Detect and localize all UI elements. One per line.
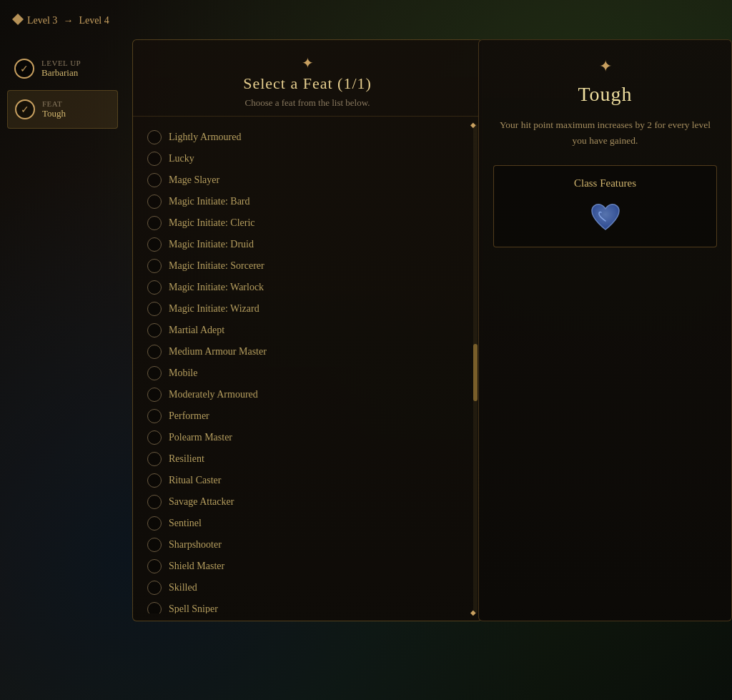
feat-item[interactable]: Mage Slayer — [144, 169, 468, 191]
feat-item[interactable]: Magic Initiate: Druid — [144, 234, 468, 255]
feat-list-container: Lightly ArmouredLuckyMage SlayerMagic In… — [133, 117, 482, 621]
level-from-badge: Level 3 — [11, 13, 57, 29]
feat-name-label: Sentinel — [169, 518, 202, 529]
check-circle-level-up: ✓ — [14, 59, 34, 79]
feat-name-label: Lucky — [169, 153, 194, 164]
feat-item[interactable]: Magic Initiate: Warlock — [144, 277, 468, 298]
feat-name-label: Lightly Armoured — [169, 132, 242, 143]
class-features-title: Class Features — [505, 177, 705, 189]
radio-button — [147, 388, 162, 402]
feat-item[interactable]: Sharpshooter — [144, 534, 468, 556]
feat-name-label: Resilient — [169, 453, 204, 465]
feat-item[interactable]: Medium Armour Master — [144, 341, 468, 363]
radio-button — [147, 323, 162, 337]
feat-item[interactable]: Spell Sniper — [144, 598, 468, 613]
feat-item[interactable]: Lucky — [144, 148, 468, 169]
feat-item[interactable]: Shield Master — [144, 556, 468, 577]
class-features-icon — [505, 199, 705, 235]
sidebar-label-feat: Feat — [42, 99, 66, 108]
feat-name-label: Magic Initiate: Bard — [169, 196, 250, 207]
feat-item[interactable]: Performer — [144, 405, 468, 427]
radio-button — [147, 302, 162, 316]
feat-item[interactable]: Skilled — [144, 577, 468, 598]
heart-icon — [588, 199, 623, 235]
info-panel: ✦ Tough Your hit point maximum increases… — [478, 39, 732, 621]
radio-button — [147, 366, 162, 380]
feat-name-label: Medium Armour Master — [169, 346, 267, 358]
feat-item[interactable]: Martial Adept — [144, 320, 468, 341]
feat-item[interactable]: Magic Initiate: Cleric — [144, 212, 468, 234]
level-to-badge: Level 4 — [79, 15, 109, 26]
feat-name-label: Mobile — [169, 368, 197, 379]
panel-header: ✦ Select a Feat (1/1) Choose a feat from… — [133, 40, 482, 117]
feat-item[interactable]: Savage Attacker — [144, 491, 468, 513]
radio-button — [147, 173, 162, 187]
radio-button — [147, 473, 162, 488]
feat-name-label: Moderately Armoured — [169, 389, 258, 400]
radio-button — [147, 280, 162, 295]
sidebar-sublabel-feat: Tough — [42, 108, 66, 119]
radio-button — [147, 130, 162, 144]
check-circle-feat-tough: ✓ — [15, 99, 35, 119]
radio-button — [147, 194, 162, 209]
radio-button — [147, 409, 162, 423]
scroll-track[interactable]: ◆ ◆ — [473, 124, 478, 613]
feat-name-label: Magic Initiate: Druid — [169, 239, 254, 250]
feat-item[interactable]: Sentinel — [144, 513, 468, 534]
sidebar: ✓ Level Up Barbarian ✓ Feat Tough — [0, 43, 125, 139]
radio-button — [147, 538, 162, 552]
sidebar-sublabel-level-up: Barbarian — [41, 67, 81, 79]
level-icon — [11, 13, 24, 29]
level-arrow: → — [63, 15, 73, 26]
feat-item[interactable]: Resilient — [144, 448, 468, 470]
feat-item[interactable]: Moderately Armoured — [144, 384, 468, 405]
feat-item[interactable]: Mobile — [144, 363, 468, 384]
svg-marker-0 — [12, 14, 24, 25]
feat-name-label: Magic Initiate: Cleric — [169, 217, 255, 229]
feat-name-label: Ritual Caster — [169, 475, 222, 486]
feat-name-label: Performer — [169, 410, 209, 422]
feat-item[interactable]: Lightly Armoured — [144, 127, 468, 148]
radio-button — [147, 602, 162, 613]
radio-button — [147, 152, 162, 166]
scroll-diamond-top-icon: ◆ — [470, 121, 476, 129]
feat-item[interactable]: Magic Initiate: Wizard — [144, 298, 468, 320]
radio-button — [147, 259, 162, 273]
feat-list[interactable]: Lightly ArmouredLuckyMage SlayerMagic In… — [133, 124, 482, 613]
feat-description: Your hit point maximum increases by 2 fo… — [493, 117, 717, 148]
feat-name-label: Spell Sniper — [169, 603, 218, 613]
feat-name-label: Magic Initiate: Warlock — [169, 282, 264, 293]
feat-name-label: Magic Initiate: Sorcerer — [169, 260, 264, 272]
radio-button — [147, 237, 162, 252]
info-panel-icon: ✦ — [599, 57, 612, 76]
radio-button — [147, 216, 162, 230]
class-features-box: Class Features — [493, 165, 717, 247]
top-bar: Level 3 → Level 4 — [11, 13, 109, 29]
main-panel: ✦ Select a Feat (1/1) Choose a feat from… — [132, 39, 483, 621]
radio-button — [147, 452, 162, 466]
radio-button — [147, 345, 162, 359]
panel-header-icon: ✦ — [147, 54, 468, 72]
feat-name-label: Magic Initiate: Wizard — [169, 303, 259, 315]
feat-title: Tough — [578, 83, 632, 106]
feat-item[interactable]: Polearm Master — [144, 427, 468, 448]
scroll-diamond-bottom-icon: ◆ — [470, 608, 476, 616]
level-from-label: Level 3 — [27, 15, 57, 26]
feat-name-label: Mage Slayer — [169, 174, 219, 186]
radio-button — [147, 581, 162, 595]
sidebar-item-level-up[interactable]: ✓ Level Up Barbarian — [7, 50, 118, 87]
feat-item[interactable]: Ritual Caster — [144, 470, 468, 491]
feat-name-label: Polearm Master — [169, 432, 232, 443]
feat-name-label: Savage Attacker — [169, 496, 234, 508]
feat-item[interactable]: Magic Initiate: Bard — [144, 191, 468, 212]
radio-button — [147, 495, 162, 509]
radio-button — [147, 430, 162, 445]
panel-subtitle: Choose a feat from the list below. — [147, 97, 468, 109]
sidebar-item-feat-tough[interactable]: ✓ Feat Tough — [7, 90, 118, 129]
panel-title: Select a Feat (1/1) — [147, 74, 468, 93]
feat-name-label: Sharpshooter — [169, 539, 222, 551]
feat-name-label: Martial Adept — [169, 325, 224, 336]
scroll-thumb[interactable] — [473, 344, 478, 401]
feat-item[interactable]: Magic Initiate: Sorcerer — [144, 255, 468, 277]
feat-name-label: Skilled — [169, 582, 197, 593]
